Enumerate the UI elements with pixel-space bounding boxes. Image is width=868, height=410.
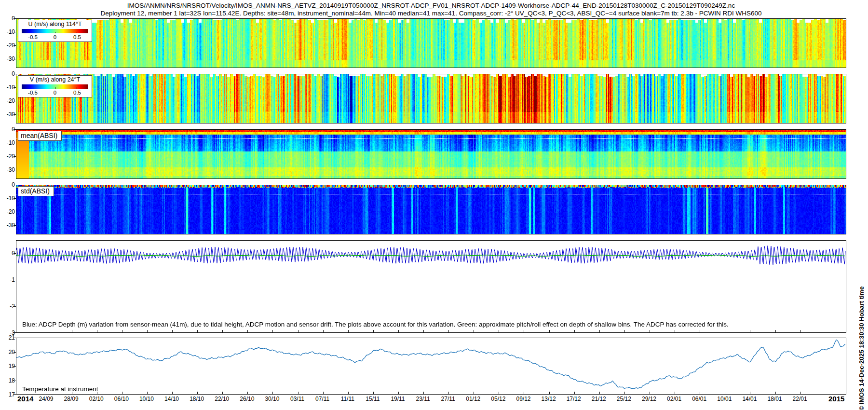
y-tick-label: -10	[1, 84, 15, 91]
y-tick-label: -20	[1, 42, 15, 49]
x-tick-mark	[272, 330, 273, 332]
x-tick-mark	[222, 330, 223, 332]
mean-absi-heatmap	[16, 130, 846, 178]
x-tick-mark	[524, 392, 524, 394]
y-tick-label: 17	[1, 391, 15, 398]
colorbar-tick-label: 0.5	[73, 34, 81, 40]
adcp-figure: IMOS/ANMN/NRS/NRSROT/Velocity/IMOS_ANMN-…	[0, 0, 868, 410]
colorbar-tick-label: -0.5	[28, 34, 38, 40]
x-tick-label: 09/12	[516, 396, 530, 402]
x-tick-mark	[775, 392, 776, 394]
x-tick-mark	[524, 330, 524, 332]
y-tick-label: 0	[1, 126, 15, 133]
y-tick-mark	[14, 253, 16, 254]
x-tick-label: 14/01	[742, 396, 757, 402]
y-tick-label: 19	[1, 363, 15, 369]
x-tick-label: 17/12	[567, 396, 581, 402]
x-tick-mark	[624, 330, 625, 332]
y-tick-mark	[14, 170, 16, 170]
y-tick-label: 0	[1, 250, 15, 257]
mean-absi-label: mean(ABSI)	[18, 131, 62, 141]
y-tick-mark	[14, 143, 16, 143]
x-tick-label: 21/12	[592, 396, 606, 402]
y-tick-label: -10	[1, 139, 15, 146]
x-tick-mark	[323, 392, 324, 394]
x-tick-mark	[675, 330, 675, 332]
x-tick-mark	[800, 392, 801, 394]
year-label-2015: 2015	[828, 395, 844, 403]
x-tick-mark	[675, 392, 675, 394]
y-tick-mark	[14, 338, 16, 338]
y-tick-label: -30	[1, 55, 15, 62]
panel-u-velocity: U (m/s) along 114°T -0.500.5	[16, 18, 846, 68]
y-tick-mark	[14, 129, 16, 130]
x-tick-mark	[122, 330, 122, 332]
x-tick-label: 02/10	[89, 396, 104, 402]
colorbar-gradient-u	[22, 29, 88, 33]
x-tick-mark	[423, 392, 424, 394]
x-tick-label: 28/09	[64, 396, 79, 402]
colorbar-legend-u: U (m/s) along 114°T -0.500.5	[18, 20, 92, 42]
temperature-label: Temperature at instrument	[22, 385, 98, 393]
y-tick-mark	[14, 156, 16, 157]
y-tick-mark	[14, 74, 16, 74]
x-tick-mark	[247, 392, 248, 394]
x-tick-mark	[423, 330, 424, 332]
x-tick-mark	[197, 392, 198, 394]
imos-watermark: © IMOS 14-Dec-2025 18:30:30 Hobart time	[858, 221, 866, 410]
colorbar-tick-label: 0.5	[73, 90, 81, 96]
u-velocity-heatmap	[16, 19, 846, 68]
y-tick-mark	[14, 366, 16, 367]
y-tick-mark	[14, 225, 16, 226]
colorbar-legend-v: V (m/s) along 24°T -0.500.5	[18, 75, 92, 97]
x-tick-mark	[398, 392, 399, 394]
figure-title-line1: IMOS/ANMN/NRS/NRSROT/Velocity/IMOS_ANMN-…	[127, 2, 735, 9]
x-tick-label: 25/12	[617, 396, 631, 402]
x-tick-mark	[474, 330, 474, 332]
y-tick-label: 0	[1, 15, 15, 22]
y-tick-label: -30	[1, 111, 15, 118]
x-tick-mark	[97, 330, 97, 332]
y-tick-label: 20	[1, 349, 15, 355]
x-tick-mark	[474, 392, 474, 394]
x-tick-label: 30/10	[265, 396, 279, 402]
y-tick-label: -20	[1, 97, 15, 104]
y-tick-mark	[14, 185, 16, 185]
y-tick-mark	[14, 212, 16, 212]
x-tick-label: 13/12	[542, 396, 556, 402]
x-tick-label: 06/01	[692, 396, 706, 402]
x-tick-mark	[323, 330, 324, 332]
x-tick-label: 22/10	[215, 396, 229, 402]
x-tick-label: 23/11	[416, 396, 430, 402]
y-tick-mark	[14, 101, 16, 101]
y-tick-label: 18	[1, 377, 15, 384]
temperature-plot	[16, 338, 846, 394]
panel-std-absi: std(ABSI)	[16, 185, 846, 234]
colorbar-tick-label: 0	[54, 90, 56, 96]
y-tick-label: -10	[1, 195, 15, 202]
y-tick-mark	[14, 59, 16, 59]
x-tick-label: 22/01	[793, 396, 807, 402]
y-tick-label: -10	[1, 28, 15, 35]
colorbar-tick-label: 0	[54, 34, 56, 40]
v-velocity-heatmap	[16, 74, 846, 123]
x-tick-mark	[725, 392, 725, 394]
x-tick-mark	[72, 330, 72, 332]
x-tick-mark	[373, 330, 374, 332]
x-tick-label: 29/12	[642, 396, 656, 402]
panel-temperature: Temperature at instrument	[16, 338, 846, 395]
x-tick-mark	[650, 330, 650, 332]
x-tick-mark	[574, 392, 575, 394]
y-tick-mark	[14, 32, 16, 32]
x-tick-mark	[599, 330, 600, 332]
x-tick-mark	[373, 392, 374, 394]
x-tick-label: 01/12	[466, 396, 480, 402]
colorbar-title-u: U (m/s) along 114°T	[18, 21, 92, 27]
depth-variation-plot	[16, 241, 846, 332]
x-tick-mark	[47, 330, 47, 332]
y-tick-mark	[14, 45, 16, 46]
x-tick-label: 18/01	[767, 396, 782, 402]
y-tick-label: -2	[1, 303, 15, 310]
x-tick-mark	[147, 330, 148, 332]
x-tick-mark	[775, 330, 776, 332]
